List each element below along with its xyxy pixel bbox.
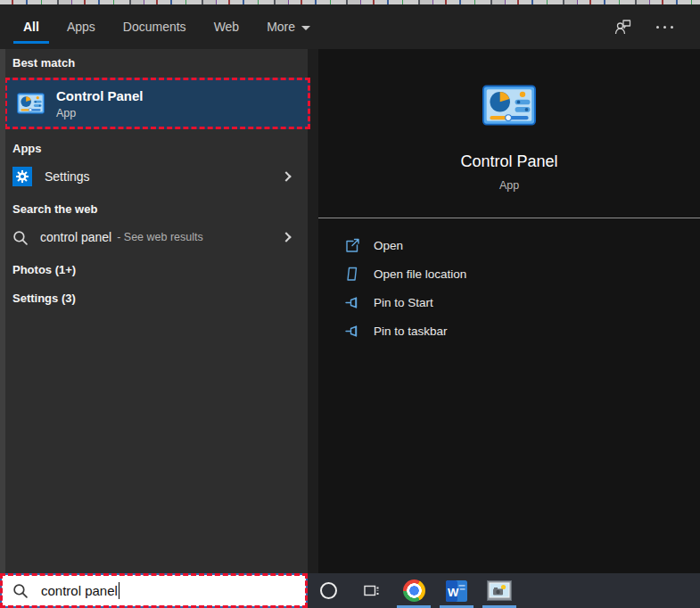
tab-documents[interactable]: Documents bbox=[121, 7, 188, 46]
tab-web[interactable]: Web bbox=[212, 7, 242, 46]
task-view-button[interactable] bbox=[350, 573, 391, 608]
settings-row-label: Settings bbox=[45, 169, 90, 184]
search-results-body: Best match Control Panel App Apps Settin… bbox=[0, 49, 700, 573]
settings-gear-icon bbox=[12, 167, 32, 186]
preview-panel: Control Panel App Open Open file locatio… bbox=[318, 49, 700, 573]
settings-count-section-header[interactable]: Settings (3) bbox=[0, 292, 308, 306]
pin-icon bbox=[345, 324, 360, 339]
action-pin-to-start-label: Pin to Start bbox=[374, 296, 433, 309]
apps-section-header: Apps bbox=[0, 142, 308, 156]
tab-apps[interactable]: Apps bbox=[65, 7, 97, 46]
photos-button[interactable] bbox=[479, 573, 520, 608]
open-icon bbox=[345, 238, 360, 253]
best-match-title: Control Panel bbox=[56, 87, 144, 104]
search-icon bbox=[12, 583, 28, 598]
header-right-icons bbox=[614, 19, 679, 35]
best-match-text: Control Panel App bbox=[56, 87, 144, 119]
action-pin-to-taskbar-label: Pin to taskbar bbox=[374, 325, 448, 338]
word-button[interactable] bbox=[436, 573, 477, 608]
results-panel: Best match Control Panel App Apps Settin… bbox=[0, 49, 308, 573]
search-web-section-header: Search the web bbox=[0, 202, 308, 217]
chevron-right-icon bbox=[281, 232, 291, 242]
web-search-query: control panel bbox=[40, 230, 111, 244]
pin-icon bbox=[345, 295, 360, 310]
preview-app-subtitle: App bbox=[499, 179, 519, 192]
chevron-down-icon bbox=[301, 26, 310, 30]
tab-web-label: Web bbox=[214, 20, 240, 34]
chrome-icon bbox=[403, 579, 425, 602]
taskbar-search-input[interactable]: control panel bbox=[0, 573, 308, 608]
open-file-location-icon bbox=[345, 267, 360, 282]
ellipsis-icon[interactable] bbox=[656, 26, 673, 29]
cortana-icon bbox=[320, 582, 337, 599]
result-row-web-search[interactable]: control panel - See web results bbox=[0, 222, 308, 252]
best-match-header: Best match bbox=[0, 56, 308, 70]
action-pin-to-taskbar[interactable]: Pin to taskbar bbox=[345, 316, 700, 345]
tab-all-label: All bbox=[23, 20, 39, 34]
cortana-button[interactable] bbox=[308, 573, 349, 608]
tab-all[interactable]: All bbox=[21, 7, 41, 46]
tab-more[interactable]: More bbox=[265, 7, 312, 46]
photos-section-header[interactable]: Photos (1+) bbox=[0, 263, 308, 277]
result-row-settings[interactable]: Settings bbox=[0, 161, 308, 192]
chrome-button[interactable] bbox=[393, 573, 434, 608]
task-view-icon bbox=[363, 583, 380, 598]
search-icon bbox=[12, 230, 28, 245]
action-pin-to-start[interactable]: Pin to Start bbox=[345, 288, 700, 316]
search-filter-tabs: All Apps Documents Web More bbox=[0, 4, 700, 49]
action-open[interactable]: Open bbox=[345, 231, 700, 259]
web-search-suffix: - See web results bbox=[117, 231, 203, 243]
action-open-label: Open bbox=[374, 239, 403, 252]
tab-more-label: More bbox=[267, 20, 295, 34]
control-panel-icon-large bbox=[482, 85, 536, 126]
feedback-icon[interactable] bbox=[614, 19, 631, 35]
search-input-value: control panel bbox=[41, 583, 118, 598]
preview-app-title: Control Panel bbox=[460, 152, 557, 171]
tab-documents-label: Documents bbox=[123, 20, 186, 34]
chevron-right-icon bbox=[281, 171, 291, 181]
best-match-result-control-panel[interactable]: Control Panel App bbox=[4, 78, 310, 129]
preview-actions: Open Open file location Pin to Start Pin… bbox=[318, 218, 700, 345]
photos-icon bbox=[487, 580, 512, 601]
text-caret bbox=[119, 582, 120, 599]
windows-search-screen: All Apps Documents Web More Best match C… bbox=[0, 0, 700, 608]
best-match-subtitle: App bbox=[56, 107, 144, 119]
control-panel-icon bbox=[17, 93, 45, 114]
taskbar bbox=[308, 573, 700, 608]
results-scrollbar[interactable] bbox=[0, 49, 5, 573]
tab-apps-label: Apps bbox=[67, 20, 95, 34]
taskbar-row: control panel bbox=[0, 573, 700, 608]
action-open-file-location[interactable]: Open file location bbox=[345, 259, 700, 288]
word-icon bbox=[446, 580, 467, 602]
action-open-file-location-label: Open file location bbox=[374, 267, 466, 281]
